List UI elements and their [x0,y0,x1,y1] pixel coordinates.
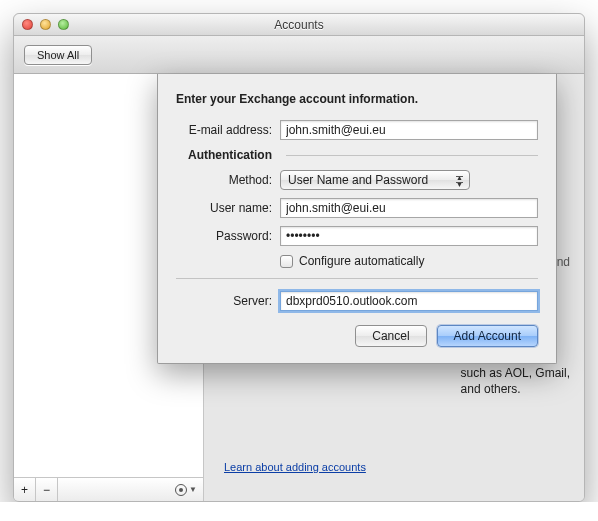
divider [176,278,538,279]
titlebar: Accounts [14,14,584,36]
add-account-button-primary[interactable]: Add Account [437,325,538,347]
authentication-section-label: Authentication [176,148,272,162]
username-label: User name: [176,201,272,215]
auth-method-value: User Name and Password [288,173,428,187]
remove-account-button[interactable]: − [36,478,58,501]
server-field[interactable] [280,291,538,311]
accounts-window: Accounts Show All corporations and from … [13,13,585,502]
show-all-button[interactable]: Show All [24,45,92,65]
username-field[interactable] [280,198,538,218]
email-field[interactable] [280,120,538,140]
bg-text-line: and others. [461,381,570,397]
chevron-down-icon: ▼ [189,485,197,494]
password-field[interactable] [280,226,538,246]
window-title: Accounts [14,18,584,32]
cancel-button[interactable]: Cancel [355,325,426,347]
updown-arrows-icon: ▲▼ [456,174,463,188]
server-label: Server: [176,294,272,308]
toolbar: Show All [14,36,584,74]
account-actions-menu[interactable]: ▼ [169,478,203,501]
auth-method-select[interactable]: User Name and Password ▲▼ [280,170,470,190]
email-label: E-mail address: [176,123,272,137]
sheet-heading: Enter your Exchange account information. [176,92,538,106]
divider [286,155,538,156]
password-label: Password: [176,229,272,243]
learn-about-adding-accounts-link[interactable]: Learn about adding accounts [224,461,366,473]
configure-automatically-checkbox[interactable] [280,255,293,268]
configure-automatically-label: Configure automatically [299,254,424,268]
sidebar-footer: + − ▼ [14,477,204,501]
exchange-account-sheet: Enter your Exchange account information.… [157,74,557,364]
bg-text-line: such as AOL, Gmail, [461,365,570,381]
method-label: Method: [176,173,272,187]
gear-icon [175,484,187,496]
add-account-button[interactable]: + [14,478,36,501]
